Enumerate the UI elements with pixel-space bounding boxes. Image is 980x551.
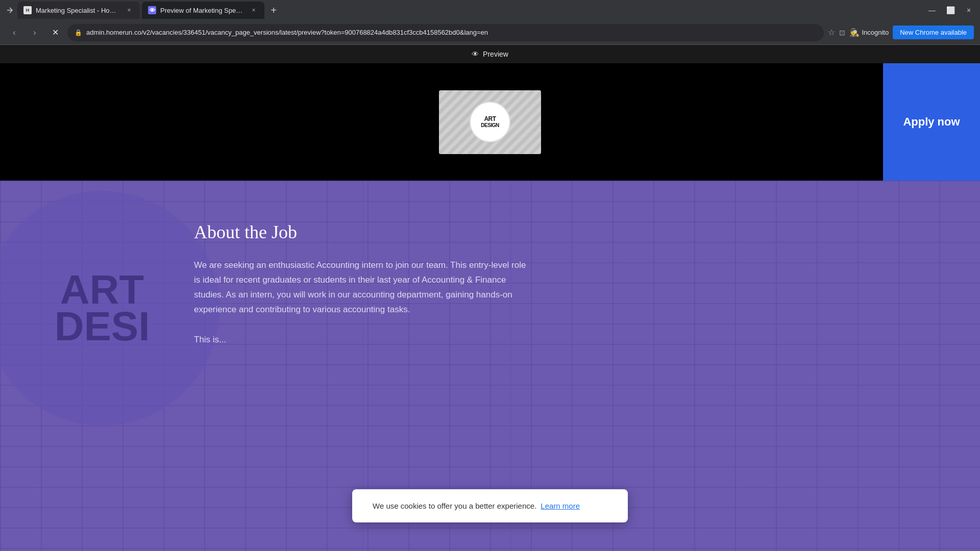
tab-group-button[interactable] [4, 5, 15, 16]
forward-button[interactable]: › [27, 24, 43, 41]
main-section: ART DESI About the Job We are seeking an… [0, 181, 980, 551]
company-logo-card: ART DESIGN [439, 90, 541, 154]
apply-now-button[interactable]: Apply now [883, 63, 980, 181]
cookie-learn-more-link[interactable]: Learn more [541, 502, 580, 510]
job-text-section: About the Job We are seeking an enthusia… [194, 211, 531, 362]
window-controls: — ⬜ × [925, 3, 976, 17]
address-input[interactable]: 🔒 admin.homerun.co/v2/vacancies/336451/v… [67, 24, 824, 41]
address-bar: ‹ › ✕ 🔒 admin.homerun.co/v2/vacancies/33… [0, 20, 980, 45]
tab-bar: H Marketing Specialist - Homerun × 👁 Pre… [0, 0, 980, 20]
preview-icon: 👁 [472, 50, 479, 58]
logo-text: ART DESIGN [481, 116, 499, 128]
tab-1-title: Marketing Specialist - Homerun [36, 7, 120, 14]
url-text: admin.homerun.co/v2/vacancies/336451/vac… [86, 29, 817, 36]
logo-circle: ART DESIGN [470, 102, 510, 142]
tab-2-close[interactable]: × [249, 6, 258, 15]
job-section-title: About the Job [194, 221, 531, 243]
cookie-text: We use cookies to offer you a better exp… [373, 502, 536, 510]
incognito-button[interactable]: 🕵️ Incognito [849, 28, 889, 37]
tab-1-favicon: H [23, 6, 32, 14]
tab-2-title: Preview of Marketing Speciali... [160, 7, 245, 14]
tab-1-close[interactable]: × [125, 6, 134, 15]
logo-design-text: DESIGN [481, 122, 499, 128]
tab-1[interactable]: H Marketing Specialist - Homerun × [17, 2, 140, 19]
logo-art-text: ART [481, 116, 499, 122]
browser-frame: H Marketing Specialist - Homerun × 👁 Pre… [0, 0, 980, 551]
incognito-label: Incognito [862, 29, 889, 36]
tab-2-favicon: 👁 [148, 6, 156, 14]
main-content-inner: About the Job We are seeking an enthusia… [0, 181, 980, 393]
new-tab-button[interactable]: + [266, 3, 281, 17]
new-chrome-button[interactable]: New Chrome available [893, 26, 974, 39]
cookie-banner: We use cookies to offer you a better exp… [352, 489, 628, 522]
job-description-1: We are seeking an enthusiastic Accountin… [194, 258, 531, 317]
tab-bar-left: H Marketing Specialist - Homerun × 👁 Pre… [4, 2, 281, 19]
page-content: ART DESIGN Apply now ART DESI [0, 63, 980, 551]
bookmark-button[interactable]: ☆ [828, 28, 835, 37]
preview-label: Preview [483, 50, 508, 58]
job-description-2-text: This is... [194, 335, 226, 344]
preview-bar: 👁 Preview [0, 45, 980, 63]
minimize-button[interactable]: — [925, 3, 939, 17]
maximize-button[interactable]: ⬜ [943, 3, 958, 17]
split-view-button[interactable]: ⊡ [839, 29, 845, 37]
tab-2[interactable]: 👁 Preview of Marketing Speciali... × [142, 2, 264, 19]
job-description-2: This is... [194, 333, 531, 347]
hero-section: ART DESIGN Apply now [0, 63, 980, 181]
back-button[interactable]: ‹ [6, 24, 22, 41]
lock-icon: 🔒 [75, 29, 82, 36]
refresh-button[interactable]: ✕ [47, 24, 63, 41]
close-button[interactable]: × [962, 3, 976, 17]
